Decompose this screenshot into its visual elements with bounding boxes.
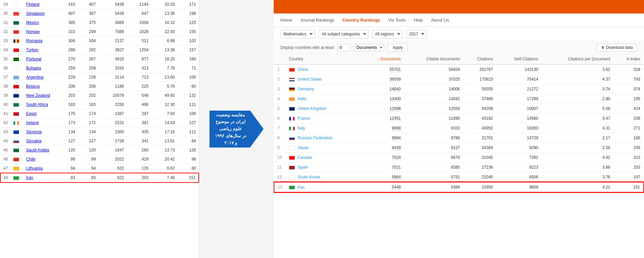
col1-cell: 94 (57, 164, 78, 173)
col4-cell: 1028 (127, 27, 151, 36)
col6-cell: 126 (177, 146, 199, 155)
nav-help[interactable]: Help (414, 16, 423, 24)
citations-cell: 170623 (463, 75, 496, 84)
country-cell[interactable]: Bulgaria (23, 64, 57, 73)
country-cell[interactable]: Ireland (23, 118, 57, 127)
col-documents[interactable]: ↓ Documents (360, 54, 404, 64)
col4-cell: 429 (127, 155, 151, 164)
country-cell[interactable]: China (286, 64, 360, 75)
col5-cell: 49.65 (151, 91, 177, 100)
min-value-input[interactable] (337, 44, 351, 51)
country-cell[interactable]: Germany (286, 84, 360, 94)
nav-country-rankings[interactable]: Country Rankings (342, 16, 380, 24)
citations-cell: 24384 (463, 143, 496, 153)
country-cell[interactable]: Singapore (23, 9, 57, 18)
h-index-cell: 253 (614, 163, 644, 172)
self-cit-cell: 6506 (496, 172, 542, 182)
col6-cell: 160 (177, 55, 199, 64)
category-filter[interactable]: All subject categories (319, 30, 369, 38)
year-filter[interactable]: 2017 (406, 30, 427, 38)
col5-cell: 13.73 (151, 146, 177, 155)
country-cell[interactable]: Turkey (23, 46, 57, 55)
nav-viz-tools[interactable]: Viz Tools (388, 16, 406, 24)
country-cell[interactable]: Canada (286, 153, 360, 163)
col5-cell: 22.50 (151, 27, 177, 36)
country-cell[interactable]: Iran (286, 182, 360, 192)
country-cell[interactable]: Slovakia (23, 137, 57, 146)
table-row: 31 Mexico 385 375 3889 1008 10.10 125 (0, 18, 199, 27)
subject-filter[interactable]: Mathematics (280, 30, 315, 38)
country-cell[interactable]: Chile (23, 155, 57, 164)
country-cell[interactable]: Mexico (23, 18, 57, 27)
citations-cell: 31045 (463, 153, 496, 163)
country-cell[interactable]: Portugal (23, 55, 57, 64)
country-cell[interactable]: Iran (23, 173, 57, 182)
country-cell[interactable]: Japan (286, 143, 360, 153)
self-cit-cell: 9290 (496, 143, 542, 153)
flag-cell (10, 9, 23, 18)
cit-per-doc-cell: 2.80 (542, 94, 614, 104)
h-index-cell: 195 (614, 94, 644, 104)
col-citable: Citable documents (404, 54, 463, 64)
cit-per-doc-cell: 2.58 (542, 143, 614, 153)
table-row: 13 Iran 5448 5384 22950 9809 4.21 151 (274, 182, 644, 192)
nav-about-us[interactable]: About Us (431, 16, 449, 24)
country-cell[interactable]: Norway (23, 27, 57, 36)
nav-journal-rankings[interactable]: Journal Rankings (300, 16, 334, 24)
col2-cell: 206 (78, 82, 98, 91)
table-row: 12 South Korea 5864 5751 22045 6506 3.76… (274, 172, 644, 182)
self-cit-cell: 75414 (496, 75, 542, 84)
country-cell[interactable]: Russian Federation (286, 133, 360, 143)
col1-cell: 407 (57, 9, 78, 18)
col3-cell: 2016 (98, 64, 127, 73)
col4-cell: 341 (127, 137, 151, 146)
col2-cell: 120 (78, 146, 98, 155)
flag-cell (10, 36, 23, 46)
flag-cell (10, 82, 23, 91)
cit-per-doc-cell: 5.06 (542, 104, 614, 114)
citable-cell: 13042 (404, 94, 463, 104)
country-cell[interactable]: Slovenia (23, 127, 57, 137)
download-label: Download data (606, 45, 633, 50)
apply-button[interactable]: Apply (388, 44, 408, 52)
country-cell[interactable]: Belarus (23, 82, 57, 91)
self-cit-cell: 7282 (496, 153, 542, 163)
col3-cell: 3114 (98, 73, 127, 82)
rank-cell: 30 (0, 9, 10, 18)
table-row: 43 Slovenia 134 134 2300 435 17.16 111 (0, 127, 199, 137)
col4-cell: 548 (127, 91, 151, 100)
country-cell[interactable]: South Korea (286, 172, 360, 182)
top-bar (274, 0, 644, 13)
country-cell[interactable]: Romania (23, 36, 57, 46)
country-cell[interactable]: New Zealand (23, 91, 57, 100)
col5-cell: 13.36 (151, 9, 177, 18)
col2-cell: 99 (78, 155, 98, 164)
country-cell[interactable]: South Africa (23, 100, 57, 109)
metric-select[interactable]: Documents (354, 44, 384, 51)
rank-cell: 34 (0, 46, 10, 55)
country-cell[interactable]: Italy (286, 123, 360, 133)
country-cell[interactable]: Saudi Arabia (23, 146, 57, 155)
region-filter[interactable]: All regions (372, 30, 403, 38)
docs-cell: 5448 (360, 182, 404, 192)
col4-cell: 280 (127, 146, 151, 155)
col1-cell: 173 (57, 118, 78, 127)
col3-cell: 2250 (98, 100, 127, 109)
nav-home[interactable]: Home (280, 16, 292, 24)
country-cell[interactable]: United Kingdom (286, 104, 360, 114)
country-cell[interactable]: Finland (23, 0, 57, 9)
col3-cell: 1728 (98, 137, 127, 146)
col-h-index: H index (614, 54, 644, 64)
country-cell[interactable]: Argentina (23, 73, 57, 82)
country-cell[interactable]: Lithuania (23, 164, 57, 173)
country-cell[interactable]: India (286, 94, 360, 104)
download-button[interactable]: ⬇ Download data (597, 44, 637, 52)
country-cell[interactable]: Spain (286, 163, 360, 172)
country-cell[interactable]: Egypt (23, 109, 57, 118)
country-cell[interactable]: France (286, 114, 360, 123)
country-cell[interactable]: United States (286, 75, 360, 84)
citable-cell: 14006 (404, 84, 463, 94)
self-cit-cell: 9223 (496, 163, 542, 172)
rank-cell: 10 (274, 153, 286, 163)
col2-cell: 83 (78, 173, 98, 182)
